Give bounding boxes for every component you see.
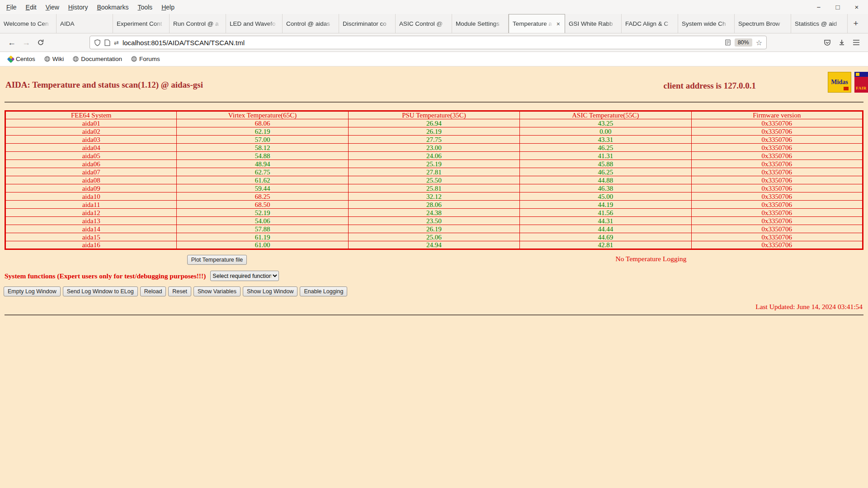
bookmark-documentation[interactable]: Documentation bbox=[69, 54, 126, 64]
asic-temp-cell: 44.88 bbox=[520, 176, 691, 184]
psu-temp-cell: 23.00 bbox=[348, 144, 519, 152]
table-row: aida0262.1926.190.000x3350706 bbox=[5, 127, 863, 136]
asic-temp-cell: 0.00 bbox=[520, 127, 691, 136]
forward-icon[interactable]: → bbox=[19, 36, 33, 49]
bookmark-wiki[interactable]: Wiki bbox=[41, 54, 68, 64]
show-variables-button[interactable]: Show Variables bbox=[193, 286, 241, 296]
tab-spectrum-brow[interactable]: Spectrum Brow bbox=[735, 14, 791, 33]
reload-icon[interactable] bbox=[33, 36, 48, 49]
virtex-temp-cell: 57.00 bbox=[177, 136, 348, 144]
tab-label: Statistics @ aid bbox=[795, 20, 844, 27]
empty-log-window-button[interactable]: Empty Log Window bbox=[4, 286, 61, 296]
virtex-temp-cell: 52.19 bbox=[177, 209, 348, 217]
tab-temperature-an[interactable]: Temperature an× bbox=[509, 14, 565, 33]
menu-edit[interactable]: Edit bbox=[21, 2, 41, 13]
firmware-version-cell: 0x3350706 bbox=[691, 201, 863, 209]
divider-bottom bbox=[5, 314, 863, 315]
tab-module-settings[interactable]: Module Settings bbox=[452, 14, 509, 33]
globe-icon bbox=[44, 56, 50, 62]
fee64-system-cell: aida05 bbox=[5, 152, 177, 160]
psu-temp-cell: 26.19 bbox=[348, 127, 519, 136]
tab-label: GSI White Rabb bbox=[569, 20, 618, 27]
menu-bar: FileEditViewHistoryBookmarksToolsHelp −□… bbox=[0, 0, 868, 14]
reader-mode-icon[interactable] bbox=[725, 39, 731, 46]
asic-temp-cell: 45.88 bbox=[520, 160, 691, 168]
url-bar[interactable]: ⇄ localhost:8015/AIDA/TSCAN/TSCAN.tml 80… bbox=[90, 36, 767, 49]
bookmark-label: Forums bbox=[139, 56, 160, 62]
tab-asic-control[interactable]: ASIC Control @ bbox=[396, 14, 452, 33]
tab-experiment-cont[interactable]: Experiment Cont bbox=[113, 14, 170, 33]
new-tab-button[interactable]: + bbox=[848, 14, 864, 33]
psu-temp-cell: 32.12 bbox=[348, 192, 519, 201]
table-row: aida0762.7527.8146.250x3350706 bbox=[5, 168, 863, 176]
zoom-level-button[interactable]: 80% bbox=[735, 38, 752, 47]
virtex-temp-cell: 68.50 bbox=[177, 201, 348, 209]
site-info-icon[interactable] bbox=[104, 39, 110, 46]
menu-file[interactable]: File bbox=[2, 2, 21, 13]
bookmark-star-icon[interactable]: ☆ bbox=[756, 38, 762, 47]
back-icon[interactable]: ← bbox=[5, 36, 19, 49]
reset-button[interactable]: Reset bbox=[168, 286, 191, 296]
page-header: AIDA: Temperature and status scan(1.12) … bbox=[0, 66, 868, 100]
fee64-system-cell: aida13 bbox=[5, 217, 177, 225]
tab-discriminator-co[interactable]: Discriminator co bbox=[339, 14, 396, 33]
firmware-version-cell: 0x3350706 bbox=[691, 152, 863, 160]
post-table-row: Plot Temperature file No Temperature Log… bbox=[0, 255, 868, 265]
reload-button[interactable]: Reload bbox=[140, 286, 166, 296]
midas-logo-accent bbox=[844, 87, 849, 90]
menu-help[interactable]: Help bbox=[157, 2, 179, 13]
tab-welcome-to-cen[interactable]: Welcome to Cen bbox=[0, 14, 57, 33]
send-log-window-to-elog-button[interactable]: Send Log Window to ELog bbox=[63, 286, 138, 296]
asic-temp-cell: 45.00 bbox=[520, 192, 691, 201]
fee64-system-cell: aida15 bbox=[5, 233, 177, 241]
function-select[interactable]: Select required function bbox=[210, 271, 279, 281]
firmware-version-cell: 0x3350706 bbox=[691, 144, 863, 152]
permissions-icon[interactable]: ⇄ bbox=[114, 39, 119, 46]
download-icon[interactable] bbox=[835, 36, 849, 49]
virtex-temp-cell: 68.25 bbox=[177, 192, 348, 201]
tab-statistics-aid[interactable]: Statistics @ aid bbox=[791, 14, 848, 33]
fee64-system-cell: aida01 bbox=[5, 119, 177, 127]
plot-temperature-file-button[interactable]: Plot Temperature file bbox=[187, 255, 247, 265]
midas-logo: Midas bbox=[828, 72, 851, 93]
bookmark-forums[interactable]: Forums bbox=[127, 54, 164, 64]
close-button[interactable]: × bbox=[853, 3, 861, 11]
minimize-button[interactable]: − bbox=[815, 3, 823, 11]
enable-logging-button[interactable]: Enable Logging bbox=[300, 286, 347, 296]
virtex-temp-cell: 62.75 bbox=[177, 168, 348, 176]
fee64-system-cell: aida02 bbox=[5, 127, 177, 136]
tab-run-control-a[interactable]: Run Control @ a bbox=[170, 14, 226, 33]
fee64-system-cell: aida16 bbox=[5, 241, 177, 249]
logging-status-cell: No Temperature Logging bbox=[434, 255, 868, 265]
tab-control-aidas[interactable]: Control @ aidas bbox=[283, 14, 339, 33]
tab-close-icon[interactable]: × bbox=[556, 20, 561, 28]
menu-view[interactable]: View bbox=[41, 2, 64, 13]
tab-system-wide-ch[interactable]: System wide Ch bbox=[678, 14, 735, 33]
tab-label: Discriminator co bbox=[343, 20, 392, 27]
virtex-temp-cell: 54.88 bbox=[177, 152, 348, 160]
table-row: aida0458.1223.0046.250x3350706 bbox=[5, 144, 863, 152]
psu-temp-cell: 28.06 bbox=[348, 201, 519, 209]
firmware-version-cell: 0x3350706 bbox=[691, 184, 863, 192]
tab-label: Spectrum Brow bbox=[738, 20, 787, 27]
bookmark-centos[interactable]: Centos bbox=[5, 54, 39, 64]
menu-history[interactable]: History bbox=[64, 2, 93, 13]
temperature-table: FEE64 SystemVirtex Temperature(65C)PSU T… bbox=[5, 110, 863, 250]
hamburger-menu-icon[interactable] bbox=[849, 36, 863, 49]
tab-led-and-wavefo[interactable]: LED and Wavefo bbox=[226, 14, 283, 33]
menu-bookmarks[interactable]: Bookmarks bbox=[92, 2, 133, 13]
tab-fadc-align-c[interactable]: FADC Align & C bbox=[622, 14, 678, 33]
asic-temp-cell: 41.56 bbox=[520, 209, 691, 217]
url-text[interactable]: localhost:8015/AIDA/TSCAN/TSCAN.tml bbox=[123, 39, 721, 47]
menu-tools[interactable]: Tools bbox=[133, 2, 157, 13]
tab-aida[interactable]: AIDA bbox=[57, 14, 113, 33]
show-log-window-button[interactable]: Show Log Window bbox=[243, 286, 298, 296]
logos: Midas FAIR bbox=[828, 72, 868, 93]
virtex-temp-cell: 61.62 bbox=[177, 176, 348, 184]
pocket-icon[interactable] bbox=[820, 36, 835, 49]
firmware-version-cell: 0x3350706 bbox=[691, 192, 863, 201]
shield-icon[interactable] bbox=[94, 39, 101, 46]
tab-gsi-white-rabb[interactable]: GSI White Rabb bbox=[565, 14, 622, 33]
psu-temp-cell: 27.75 bbox=[348, 136, 519, 144]
maximize-button[interactable]: □ bbox=[834, 3, 842, 11]
